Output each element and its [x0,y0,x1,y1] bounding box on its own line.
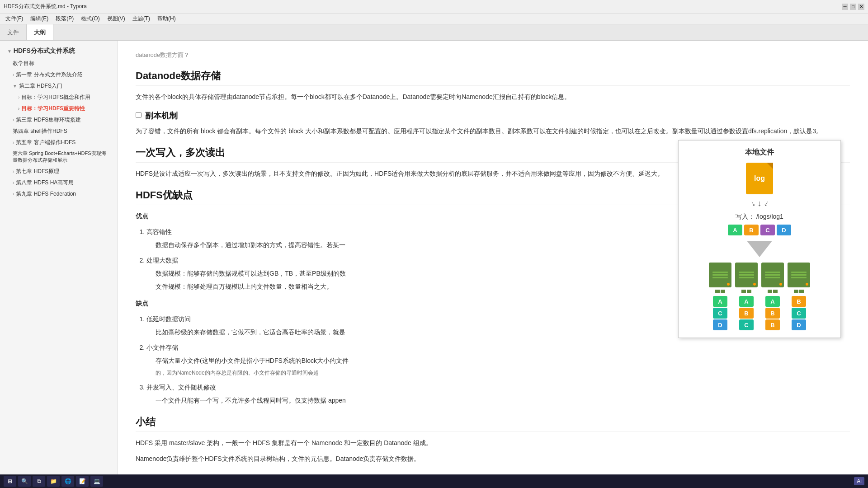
datanode-2: A B C [735,263,758,330]
datanode-4: B C D [788,263,810,330]
disadvantage-3: 并发写入、文件随机修改 一个文件只能有一个写，不允许多个线程同时写。仅支持数据 … [146,382,850,406]
text-summary-2: Namenode负责维护整个HDFS文件系统的目录树结构，文件的元信息。Data… [136,453,850,465]
server-icon-2 [735,263,758,287]
sidebar-item-ch8[interactable]: › 第八章 HDFS HA高可用 [0,177,117,188]
hdfs-diagram: log ↓ ↓ ↓ 写入： /logs/log1 A B C [686,163,833,330]
taskbar-start-button[interactable]: ⊞ [4,476,16,487]
dn2-block-c: C [739,319,754,330]
sidebar-item-ch2-goal2[interactable]: › 目标：学习HDFS重要特性 [0,103,117,114]
sidebar-item-teaching-goal[interactable]: 教学目标 [0,58,117,69]
tab-bar: 文件 大纲 [0,24,868,41]
content-area: datanode数据方面？ Datanode数据存储 文件的各个block的具体… [118,41,868,474]
file-icon-container: log [746,163,773,194]
sidebar-item-ch7[interactable]: › 第七章 HDFS原理 [0,166,117,177]
menu-format[interactable]: 格式(O) [77,14,103,23]
taskbar-app2[interactable]: 💻 [90,476,103,487]
sidebar-root-title: ▼ HDFS分布式文件系统 [0,44,117,58]
block-d: D [777,225,791,235]
disadvantage-2: 小文件存储 存储大量小文件(这里的小文件是指小于HDFS系统的Block大小的文… [146,342,850,378]
datanode-1: A C D [709,263,731,330]
server-icon-1 [709,263,731,287]
arrow-down-icon [747,241,772,257]
dn3-block-a: A [765,296,780,307]
dn1-block-d: D [713,319,727,330]
close-button[interactable]: ✕ [858,4,864,10]
disadvantage-2-detail2: 的，因为NameNode的内存总是有限的。小文件存储的寻通时间会超 [156,368,850,378]
title-bar-controls: ─ □ ✕ [842,4,864,10]
taskbar-task-view[interactable]: ⧉ [33,476,45,487]
ai-label[interactable]: Ai [854,477,864,485]
datanode-1-legs [715,290,725,293]
sidebar-item-ch1[interactable]: › 第一章 分布式文件系统介绍 [0,69,117,80]
scatter-arrows: ↓ ↓ ↓ [751,199,769,208]
maximize-button[interactable]: □ [850,4,856,10]
menu-help[interactable]: 帮助(H) [154,14,179,23]
leg1 [715,290,720,293]
sidebar-item-ch2[interactable]: ▼ 第二章 HDFS入门 [0,80,117,92]
dn4-block-d: D [792,319,806,330]
heading-summary: 小结 [136,415,850,432]
server-dot-1 [727,283,730,286]
datanodes-row: A C D [709,263,810,330]
sidebar-item-ch9[interactable]: › 第九章 HDFS Federation [0,188,117,200]
dn3-block-b: B [765,308,780,319]
arrow-down-container [747,241,772,257]
tab-outline[interactable]: 大纲 [27,24,53,40]
dn4-block-b: B [792,296,806,307]
datanode-4-blocks: B C D [792,296,806,330]
server-line-2 [712,274,728,276]
leg2 [721,290,725,293]
server-icon-4 [788,263,810,287]
disadvantage-3-detail: 一个文件只能有一个写，不允许多个线程同时写。仅支持数据 appen [156,395,850,406]
text-datanode: 文件的各个block的具体存储管理由datanode节点承担。每一个block都… [136,91,850,103]
taskbar-search-button[interactable]: 🔍 [18,476,31,487]
menu-file[interactable]: 文件(F) [2,14,27,23]
file-label: log [754,174,765,183]
datanode-1-blocks: A C D [713,296,727,330]
file-icon: log [746,163,773,194]
title-bar: HDFS分布式文件系统.md - Typora ─ □ ✕ [0,0,868,14]
taskbar-browser[interactable]: 🌐 [61,476,74,487]
dn1-block-c: C [713,308,727,319]
blocks-row: A B C D [728,225,791,235]
taskbar-app1[interactable]: 📝 [76,476,89,487]
menu-paragraph[interactable]: 段落(P) [52,14,77,23]
sidebar-item-ch5[interactable]: › 第五章 客户端操作HDFS [0,137,117,148]
menu-edit[interactable]: 编辑(E) [27,14,52,23]
file-corner [767,163,773,169]
taskbar: ⊞ 🔍 ⧉ 📁 🌐 📝 💻 Ai [0,474,868,488]
disadvantage-2-detail: 存储大量小文件(这里的小文件是指小于HDFS系统的Block大小的文件 [156,355,850,366]
dn2-block-b: B [739,308,754,319]
sidebar-item-ch6[interactable]: 第六章 Spring Boot+Echarts+HDFS实现海量数据分布式存储和… [0,148,117,166]
taskbar-file-explorer[interactable]: 📁 [47,476,60,487]
dn4-block-c: C [792,308,806,319]
datanode-2-blocks: A B C [739,296,754,330]
menu-theme[interactable]: 主题(T) [129,14,154,23]
write-label: 写入： /logs/log1 [736,213,783,221]
dn1-block-a: A [713,296,727,307]
heading-replica: 副本机制 [145,110,178,121]
app-body: ▼ HDFS分布式文件系统 教学目标 › 第一章 分布式文件系统介绍 ▼ 第二章… [0,41,868,474]
replica-checkbox[interactable] [136,112,142,118]
dn2-block-a: A [739,296,754,307]
diagram-overlay: 本地文件 log ↓ ↓ ↓ 写入： /logs/log1 [678,140,841,338]
menu-view[interactable]: 视图(V) [104,14,129,23]
datanode-3: A B B [761,263,784,330]
replica-heading-container: 副本机制 [136,110,850,121]
sidebar: ▼ HDFS分布式文件系统 教学目标 › 第一章 分布式文件系统介绍 ▼ 第二章… [0,41,118,474]
dn3-block-b2: B [765,319,780,330]
server-line-1 [712,272,728,273]
text-summary-1: HDFS 采用 master/slave 架构，一般一个 HDFS 集群是有一个… [136,437,850,449]
heading-datanode: Datanode数据存储 [136,69,850,86]
sidebar-item-ch3[interactable]: › 第三章 HDFS集群环境搭建 [0,114,117,126]
app-title: HDFS分布式文件系统.md - Typora [4,3,87,10]
server-icon-3 [761,263,784,287]
content-intro: datanode数据方面？ [136,50,850,60]
text-replica: 为了容错，文件的所有 block 都会有副本。每个文件的 block 大小和副本… [136,126,850,137]
sidebar-item-ch2-goal1[interactable]: › 目标：学习HDFS概念和作用 [0,92,117,103]
sidebar-item-ch4[interactable]: 第四章 shell操作HDFS [0,126,117,137]
diagram-title: 本地文件 [686,148,833,157]
server-line-3 [712,277,728,278]
minimize-button[interactable]: ─ [842,4,848,10]
tab-file[interactable]: 文件 [0,24,27,40]
